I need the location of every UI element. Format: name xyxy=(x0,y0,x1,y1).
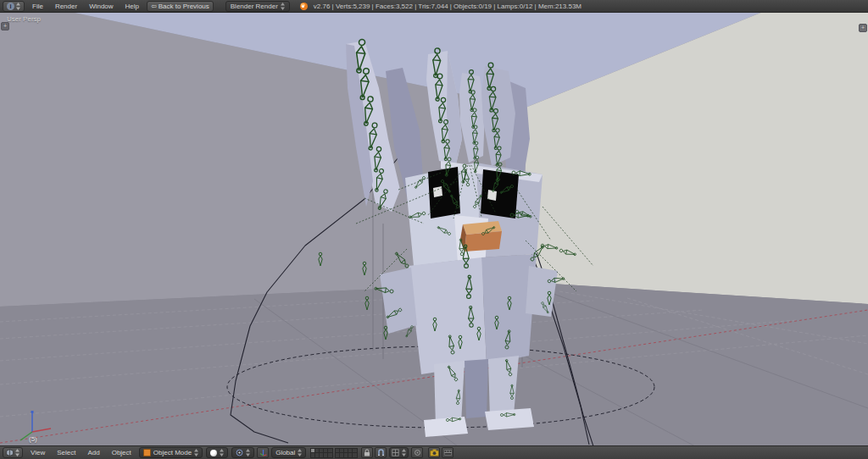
camera-icon xyxy=(430,449,439,456)
view-mode-label: User Persp xyxy=(7,15,41,23)
chevron-updown-icon xyxy=(15,449,19,456)
interaction-mode-select[interactable]: Object Mode xyxy=(139,447,203,458)
3d-view-icon xyxy=(6,449,14,456)
layers-group-1 xyxy=(311,449,332,457)
magnet-icon xyxy=(377,449,385,456)
snap-target-button[interactable] xyxy=(411,447,423,458)
chevron-updown-icon xyxy=(16,3,20,10)
editor-type-selector-3d[interactable] xyxy=(3,447,23,458)
editor-type-selector[interactable]: i xyxy=(3,1,25,12)
chevron-updown-icon xyxy=(220,449,224,456)
manipulator-axes-icon xyxy=(259,449,267,456)
back-to-previous-label: Back to Previous xyxy=(159,3,209,10)
transform-orientation-select[interactable]: Global xyxy=(271,447,306,458)
film-icon xyxy=(443,449,453,456)
chevron-updown-icon xyxy=(194,449,198,456)
menu-render[interactable]: Render xyxy=(49,1,83,12)
lock-icon xyxy=(364,449,370,456)
menu-add[interactable]: Add xyxy=(81,447,105,458)
layers-group-2 xyxy=(336,449,357,457)
layers-widget xyxy=(311,449,357,457)
properties-expand-button[interactable]: + xyxy=(859,24,867,32)
layer-toggle[interactable] xyxy=(327,452,333,458)
object-mode-cube-icon xyxy=(143,449,151,456)
snap-element-icon xyxy=(392,449,399,456)
menu-view[interactable]: View xyxy=(25,447,51,458)
manipulator-toggle[interactable] xyxy=(257,447,269,458)
menu-file[interactable]: File xyxy=(26,1,49,12)
3d-viewport[interactable]: User Persp (5) + + xyxy=(0,12,868,446)
chevron-updown-icon xyxy=(281,3,285,10)
eye-left xyxy=(428,167,460,218)
layer-toggle[interactable] xyxy=(352,452,358,458)
chevron-updown-icon xyxy=(246,449,250,456)
viewport-shading-select[interactable] xyxy=(206,447,228,458)
back-arrow-icon: ⇦ xyxy=(151,3,157,10)
chevron-updown-icon xyxy=(298,449,302,456)
scene-statistics: v2.76 | Verts:5,239 | Faces:3,522 | Tris… xyxy=(314,3,581,10)
viewport-scene[interactable] xyxy=(0,12,868,446)
blender-window: i File Render Window Help ⇦ Back to Prev… xyxy=(0,0,868,459)
snap-target-icon xyxy=(414,449,421,456)
eye-right xyxy=(481,169,519,218)
transform-orientation-value: Global xyxy=(275,449,295,456)
snap-toggle[interactable] xyxy=(375,447,387,458)
chevron-updown-icon xyxy=(402,449,406,456)
back-to-previous-button[interactable]: ⇦ Back to Previous xyxy=(147,1,214,12)
menu-select[interactable]: Select xyxy=(51,447,81,458)
info-header-bar: i File Render Window Help ⇦ Back to Prev… xyxy=(0,0,868,13)
menu-help[interactable]: Help xyxy=(120,1,145,12)
blender-logo-icon xyxy=(300,3,308,10)
interaction-mode-value: Object Mode xyxy=(153,449,192,456)
menu-object[interactable]: Object xyxy=(106,447,137,458)
render-engine-select[interactable]: Blender Render xyxy=(225,1,290,12)
render-animation-button[interactable] xyxy=(442,447,453,458)
pivot-point-icon xyxy=(236,449,243,456)
pivot-point-select[interactable] xyxy=(231,447,254,458)
menu-window[interactable]: Window xyxy=(83,1,119,12)
render-engine-value: Blender Render xyxy=(231,3,278,10)
snap-element-select[interactable] xyxy=(389,447,409,458)
viewport-header-bar: View Select Add Object Object Mode xyxy=(0,445,868,459)
render-still-button[interactable] xyxy=(428,447,440,458)
toolbar-expand-button[interactable]: + xyxy=(1,22,9,30)
shading-sphere-icon xyxy=(210,450,217,456)
frame-indicator: (5) xyxy=(29,435,37,443)
lock-to-scene-toggle[interactable] xyxy=(361,447,373,458)
info-editor-icon: i xyxy=(7,3,14,10)
